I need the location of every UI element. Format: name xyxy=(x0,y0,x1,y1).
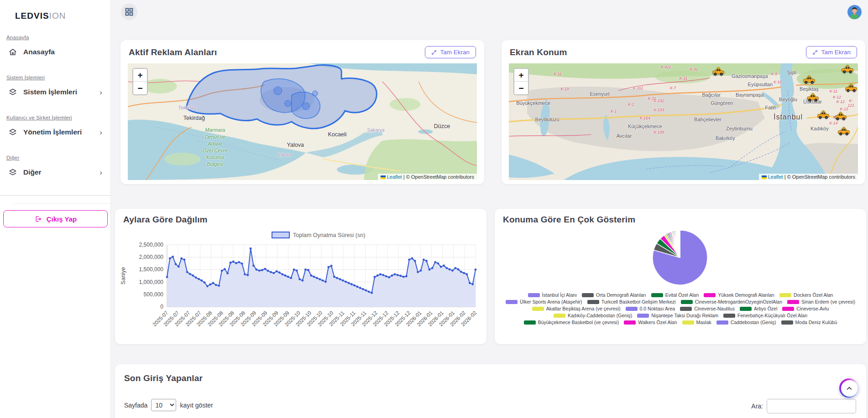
map-aktif-reklam[interactable]: + − Leaflet | © OpenStreetMap contributo… xyxy=(128,63,477,180)
taxi-marker[interactable] xyxy=(845,83,857,94)
table-search: Ara: xyxy=(751,399,856,413)
pie-slice[interactable] xyxy=(680,230,680,258)
legend-item[interactable]: Kadıköy-Caddebostan (Geniş) xyxy=(554,313,632,318)
chevron-right-icon: › xyxy=(99,129,102,136)
leaflet-flag-icon xyxy=(381,175,386,179)
card-title: Ekran Konum xyxy=(510,47,567,57)
card-son-giris-yapanlar: Son Giriş Yapanlar Sayfada 10 kayıt göst… xyxy=(115,364,866,418)
svg-text:2,000,000: 2,000,000 xyxy=(139,254,164,260)
taxi-marker[interactable] xyxy=(817,110,829,121)
legend-item[interactable]: Cineverse-Nautilus xyxy=(680,306,735,311)
card-konuma-gore-gosterim: Konuma Göre En Çok Gösterim İstanbul İçi… xyxy=(495,209,866,344)
osm-attribution[interactable]: © OpenStreetMap contributors xyxy=(406,174,474,180)
legend-swatch xyxy=(532,307,544,311)
legend-label: Cineverse-Avlu xyxy=(796,306,829,311)
line-chart[interactable]: Toplam Oynatma Süresi (sn)0500,0001,000,… xyxy=(115,228,486,341)
legend-swatch xyxy=(787,300,799,304)
logout-button[interactable]: Çıkış Yap xyxy=(3,210,108,227)
legend-item[interactable]: Yüksek Demografi Alanları xyxy=(704,292,774,298)
legend-item[interactable]: Turkcell Basketbol Gelişim Merkezi xyxy=(587,299,676,304)
zoom-in-button[interactable]: + xyxy=(514,69,528,82)
legend-item[interactable]: Cineverse-Avlu xyxy=(782,306,829,311)
legend-label: Cineverse-Nautilus xyxy=(694,306,735,311)
pie-chart[interactable] xyxy=(495,228,865,287)
legend-label: Orta Demografi Alanları xyxy=(596,292,646,298)
legend-item[interactable]: Ülker Sports Arena (Ataşehir) xyxy=(506,299,582,304)
legend-item[interactable]: Cineverse-MetrogardenOzyeginOzelAlan xyxy=(681,299,782,304)
legend-item[interactable]: Moda Deniz Kulübü xyxy=(781,320,837,325)
logout-label: Çıkış Yap xyxy=(47,215,77,223)
map-attribution: Leaflet | © OpenStreetMap contributors xyxy=(759,174,858,180)
legend-item[interactable]: Nişantepe Taksi Durağı Reklam xyxy=(637,313,718,318)
zoom-in-button[interactable]: + xyxy=(133,69,147,82)
fullscreen-button[interactable]: Tam Ekran xyxy=(806,46,857,58)
legend-swatch xyxy=(782,307,794,311)
legend-swatch xyxy=(587,300,599,304)
search-input[interactable] xyxy=(767,399,856,413)
leaflet-link[interactable]: Leaflet xyxy=(387,174,402,180)
expand-icon xyxy=(431,50,437,55)
taxi-marker[interactable] xyxy=(803,75,815,86)
legend-item[interactable]: Walkers Özel Alan xyxy=(624,320,677,325)
card-aylara-gore-dagilim: Aylara Göre Dağılım Toplam Oynatma Süres… xyxy=(115,209,486,344)
legend-label: 0.0 Noktası Area xyxy=(640,306,675,311)
legend-item[interactable]: Akatlar Beşiktaş Arena (ve çevresi) xyxy=(532,306,621,311)
card-title: Konuma Göre En Çok Gösterim xyxy=(503,215,635,225)
sidebar-item-y-netim-i-lemleri[interactable]: Yönetim İşlemleri› xyxy=(3,123,108,141)
legend-item[interactable]: Caddebostan (Geniş) xyxy=(716,320,776,325)
taxi-marker[interactable] xyxy=(712,67,724,78)
legend-item[interactable]: 0.0 Noktası Area xyxy=(626,306,675,311)
svg-text:1,500,000: 1,500,000 xyxy=(139,266,164,273)
legend-label: Ülker Sports Arena (Ataşehir) xyxy=(520,299,582,304)
legend-swatch xyxy=(682,320,694,325)
legend-swatch xyxy=(624,320,636,325)
expand-icon xyxy=(812,50,818,55)
legend-label: İstanbul İçi Alanı xyxy=(542,292,577,298)
page-size-select[interactable]: 10 xyxy=(151,399,176,411)
user-avatar[interactable] xyxy=(847,5,862,19)
home-icon xyxy=(8,47,17,57)
fullscreen-button[interactable]: Tam Ekran xyxy=(425,46,476,58)
legend-item[interactable]: Sinan Erdem (ve çevresi) xyxy=(787,299,855,304)
scroll-top-button[interactable] xyxy=(839,378,859,398)
legend-swatch xyxy=(779,293,791,297)
logo-bold-text: LEDVIS xyxy=(15,11,49,21)
sidebar: LEDVISION AnasayfaAnasayfaSistem İşlemle… xyxy=(0,0,111,418)
legend-label: Yüksek Demografi Alanları xyxy=(718,292,774,298)
chevron-right-icon: › xyxy=(99,88,102,96)
card-title: Son Giriş Yapanlar xyxy=(124,373,857,383)
map-zoom-control: + − xyxy=(513,68,529,95)
zoom-out-button[interactable]: − xyxy=(133,82,147,94)
sidebar-item-di-er[interactable]: Diğer› xyxy=(3,163,108,181)
logout-icon xyxy=(34,215,42,223)
legend-label: Nişantepe Taksi Durağı Reklam xyxy=(651,313,718,318)
taxi-marker[interactable] xyxy=(842,65,853,76)
layers-icon xyxy=(8,168,17,177)
legend-item[interactable]: Fenerbahçe-Küçükyalı Özel Alan xyxy=(723,313,807,318)
legend-swatch xyxy=(506,300,518,304)
taxi-marker[interactable] xyxy=(838,127,850,138)
legend-label: Cineverse-MetrogardenOzyeginOzelAlan xyxy=(695,299,782,304)
legend-swatch xyxy=(524,320,536,325)
legend-item[interactable]: İstanbul İçi Alanı xyxy=(528,292,577,298)
legend-label: Maslak xyxy=(696,320,711,325)
sidebar-divider xyxy=(0,195,110,196)
legend-item[interactable]: Büyükçekmece Basketbol (ve çevresi) xyxy=(524,320,619,325)
map-ekran-konum[interactable]: + − Leaflet | © OpenStreetMap contributo… xyxy=(509,63,858,180)
legend-label: Sinan Erdem (ve çevresi) xyxy=(801,299,855,304)
taxi-marker[interactable] xyxy=(807,93,819,104)
sidebar-divider-2 xyxy=(14,203,110,204)
legend-item[interactable]: Arbys Özel xyxy=(740,306,777,311)
legend-item[interactable]: Orta Demografi Alanları xyxy=(582,292,646,298)
zoom-out-button[interactable]: − xyxy=(514,82,528,94)
app-logo: LEDVISION xyxy=(0,11,110,21)
apps-grid-button[interactable] xyxy=(121,4,137,20)
sidebar-item-sistem-i-lemleri[interactable]: Sistem İşlemleri› xyxy=(3,83,108,101)
legend-item[interactable]: Dockers Özel Alan xyxy=(779,292,833,298)
osm-attribution[interactable]: © OpenStreetMap contributors xyxy=(787,174,855,180)
sidebar-item-anasayfa[interactable]: Anasayfa xyxy=(3,43,108,61)
taxi-marker[interactable] xyxy=(835,112,847,123)
legend-item[interactable]: Evital Özel Alan xyxy=(651,292,699,298)
leaflet-link[interactable]: Leaflet xyxy=(768,174,783,180)
legend-item[interactable]: Maslak xyxy=(682,320,711,325)
